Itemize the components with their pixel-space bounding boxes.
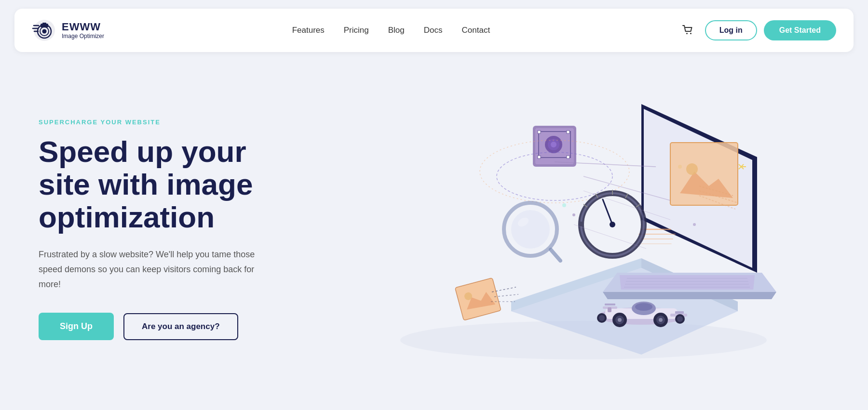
svg-rect-76: [675, 311, 684, 314]
svg-point-9: [686, 33, 688, 34]
login-button[interactable]: Log in: [705, 20, 757, 40]
svg-point-3: [42, 29, 47, 34]
nav-actions: Log in Get Started: [678, 20, 836, 40]
logo-brand: EWWW: [62, 21, 104, 33]
svg-point-59: [610, 222, 615, 227]
nav-pricing[interactable]: Pricing: [344, 26, 369, 35]
signup-button[interactable]: Sign Up: [39, 313, 114, 340]
svg-point-27: [686, 163, 698, 175]
svg-marker-18: [603, 292, 776, 299]
nav-features[interactable]: Features: [292, 26, 325, 35]
svg-point-88: [599, 315, 605, 321]
svg-point-74: [635, 303, 652, 311]
svg-rect-39: [567, 131, 570, 133]
hero-title: Speed up your site with image optimizati…: [39, 135, 289, 234]
svg-rect-8: [42, 23, 46, 25]
nav-blog[interactable]: Blog: [388, 26, 405, 35]
svg-line-63: [551, 250, 560, 261]
hero-illustration: [289, 80, 829, 379]
hero-tagline: SUPERCHARGE YOUR WEBSITE: [39, 119, 289, 126]
hero-description: Frustrated by a slow website? We'll help…: [39, 247, 260, 291]
svg-line-69: [494, 294, 518, 297]
svg-point-97: [693, 223, 696, 226]
svg-point-95: [572, 213, 575, 216]
logo-icon: [32, 18, 57, 43]
svg-point-84: [618, 318, 622, 322]
svg-rect-41: [567, 156, 570, 159]
svg-point-94: [562, 203, 566, 207]
logo-sub: Image Optimizer: [62, 33, 104, 40]
nav-links: Features Pricing Blog Docs Contact: [292, 26, 490, 35]
nav-docs[interactable]: Docs: [424, 26, 443, 35]
hero-section: SUPERCHARGE YOUR WEBSITE Speed up your s…: [0, 61, 868, 393]
nav-contact[interactable]: Contact: [462, 26, 490, 35]
hero-buttons: Sign Up Are you an agency?: [39, 313, 289, 340]
svg-marker-24: [620, 275, 755, 290]
svg-point-44: [551, 142, 556, 147]
navbar: EWWW Image Optimizer Features Pricing Bl…: [14, 9, 854, 52]
svg-rect-38: [538, 131, 541, 133]
svg-point-10: [690, 33, 692, 34]
hero-svg: [342, 80, 776, 379]
logo[interactable]: EWWW Image Optimizer: [32, 18, 104, 43]
get-started-button[interactable]: Get Started: [764, 20, 836, 40]
hero-content: SUPERCHARGE YOUR WEBSITE Speed up your s…: [39, 119, 289, 340]
cart-icon[interactable]: [678, 20, 698, 40]
svg-rect-78: [605, 304, 615, 305]
svg-point-81: [659, 318, 663, 322]
svg-rect-40: [538, 156, 541, 159]
svg-point-96: [678, 165, 682, 169]
agency-button[interactable]: Are you an agency?: [123, 313, 238, 340]
svg-point-86: [677, 316, 683, 322]
svg-rect-89: [608, 307, 611, 312]
svg-line-58: [603, 199, 612, 225]
svg-point-61: [511, 210, 550, 249]
